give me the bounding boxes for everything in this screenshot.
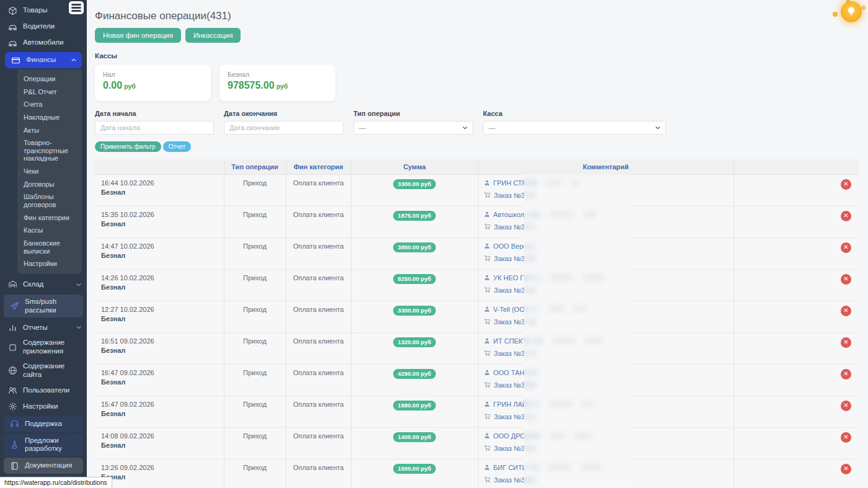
person-icon: [484, 306, 490, 313]
sidebar-item-support[interactable]: Поддержка: [4, 416, 83, 432]
client-link[interactable]: ООО Верона: [494, 242, 535, 250]
operation-datetime: 16:44 10.02.2026: [101, 179, 219, 187]
order-link[interactable]: Заказ №3734: [494, 318, 536, 326]
date-start-input[interactable]: [95, 121, 214, 135]
date-end-input[interactable]: [224, 121, 343, 135]
sidebar-subitem-transport-waybills[interactable]: Товарно-транспортные накладные: [17, 136, 82, 165]
fin-category-cell: Оплата клиента: [286, 396, 351, 427]
delete-operation-button[interactable]: ✕: [841, 401, 851, 411]
sidebar-item-label: Склад: [23, 280, 70, 289]
operation-datetime: 15:47 09.02.2026: [101, 401, 219, 408]
cash-card: Нал0.00руб: [95, 64, 211, 101]
order-link[interactable]: Заказ №3690: [494, 476, 536, 484]
order-link[interactable]: Заказ №3723: [494, 286, 536, 294]
sidebar-item-users[interactable]: Пользователи: [0, 383, 87, 399]
operation-kassa: Безнал: [101, 220, 219, 228]
sidebar-subitem-cash-registers[interactable]: Кассы: [17, 224, 82, 237]
fin-category-cell: Оплата клиента: [286, 427, 351, 459]
client-link[interactable]: ООО ДРОНМО: [494, 432, 542, 440]
delete-operation-button[interactable]: ✕: [841, 464, 851, 474]
operation-type-select[interactable]: —: [353, 121, 473, 135]
redacted-text: [550, 211, 574, 217]
sidebar-subitem-operations[interactable]: Операции: [17, 73, 82, 86]
operation-datetime: 16:51 09.02.2026: [101, 337, 219, 345]
sidebar-subitem-contract-templates[interactable]: Шаблоны договоров: [17, 190, 82, 211]
comment-cell: ГРИН СТРИМЗаказ №3732: [478, 174, 733, 206]
delete-operation-button[interactable]: ✕: [841, 337, 851, 348]
sidebar-item-warehouse[interactable]: Склад: [0, 277, 87, 293]
table-row: 15:35 10.02.2026БезналПриходОплата клиен…: [95, 206, 859, 237]
globe-icon: [7, 366, 17, 376]
client-link[interactable]: БИГ СИТИ ЛО: [494, 464, 539, 471]
order-link[interactable]: Заказ №3727: [494, 223, 536, 231]
paper-plane-icon: [9, 301, 19, 311]
delete-operation-button[interactable]: ✕: [841, 432, 851, 443]
amount-cell: 1320.00 руб: [351, 332, 478, 364]
collection-button[interactable]: Инкассация: [185, 28, 241, 43]
sidebar-subitem-accounts[interactable]: Счета: [17, 98, 82, 111]
warehouse-icon: [7, 280, 17, 290]
comment-cell: ООО ТАНТОСЗаказ №3688: [478, 364, 733, 396]
cash-register-select[interactable]: —: [483, 121, 666, 135]
client-link[interactable]: ГРИН СТРИМ: [494, 179, 538, 187]
redacted-text: [582, 275, 605, 280]
client-link[interactable]: УК НЕО ГЕО О: [494, 274, 541, 282]
comment-cell: УК НЕО ГЕО ОЗаказ №3723: [478, 269, 733, 301]
amount-cell: 1500.00 руб: [351, 459, 478, 488]
cart-icon: [484, 413, 491, 420]
order-link[interactable]: Заказ №3719: [494, 350, 536, 357]
sidebar-subitem-acts[interactable]: Акты: [17, 124, 82, 137]
amount-cell: 3300.00 руб: [351, 174, 478, 206]
order-link[interactable]: Заказ №3702: [494, 445, 536, 452]
filter-label: Касса: [483, 110, 666, 117]
delete-operation-button[interactable]: ✕: [841, 242, 851, 253]
order-link[interactable]: Заказ №3688: [494, 381, 536, 389]
operation-datetime: 16:47 09.02.2026: [101, 369, 219, 376]
redacted-text: [547, 464, 572, 470]
sidebar-item-suggest-feature[interactable]: Предложи разработку: [4, 433, 83, 457]
order-link[interactable]: Заказ №3732: [494, 192, 536, 199]
sidebar-item-reports[interactable]: Отчеты: [0, 319, 87, 335]
whats-new-bulb-widget[interactable]: [841, 1, 863, 24]
sidebar-subitem-receipts[interactable]: Чеки: [17, 165, 82, 178]
currency-label: руб: [124, 82, 136, 90]
sidebar-subitem-pnl-report[interactable]: P&L Отчет: [17, 86, 82, 99]
client-link[interactable]: ООО ТАНТОС: [494, 369, 539, 376]
sidebar-item-settings[interactable]: Настройки: [0, 399, 87, 415]
sidebar-subitem-bank-statements[interactable]: Банковские выписки: [17, 237, 82, 257]
sidebar-toggle-button[interactable]: [69, 1, 84, 14]
sidebar-subitem-fin-categories[interactable]: Фин категории: [17, 211, 82, 224]
apply-filter-button[interactable]: Применить фильтр: [95, 141, 161, 152]
client-link[interactable]: Автошкола Ака: [494, 211, 542, 218]
cart-icon: [484, 350, 491, 357]
delete-operation-button[interactable]: ✕: [841, 211, 851, 221]
fin-category-cell: Оплата клиента: [286, 301, 351, 332]
sidebar-subitem-contracts[interactable]: Договоры: [17, 178, 82, 191]
fin-category-cell: Оплата клиента: [286, 237, 351, 269]
client-link[interactable]: ИТ СПЕКТР ОС: [494, 337, 544, 345]
sidebar-item-cars[interactable]: Автомобили: [0, 35, 87, 51]
client-link[interactable]: V-Tell (ООО «Г: [494, 306, 539, 313]
report-button[interactable]: Отчет: [163, 141, 191, 152]
client-link[interactable]: ГРИН ЛАЙН О: [494, 401, 539, 408]
redacted-text: [550, 433, 566, 438]
sidebar-subitem-fin-settings[interactable]: Настройки: [17, 257, 82, 270]
order-link[interactable]: Заказ №3721: [494, 413, 536, 420]
delete-operation-button[interactable]: ✕: [841, 306, 851, 316]
sidebar-item-documentation[interactable]: Документация: [4, 458, 83, 474]
sidebar-item-site-content[interactable]: Содержание сайта: [0, 359, 87, 383]
date-cell: 16:44 10.02.2026Безнал: [95, 174, 224, 206]
order-link[interactable]: Заказ №3728: [494, 255, 536, 262]
delete-operation-button[interactable]: ✕: [841, 369, 851, 379]
sidebar-subitem-waybills[interactable]: Накладные: [17, 111, 82, 124]
sidebar-item-label: Предложи разработку: [25, 437, 78, 454]
sidebar-item-sms-push[interactable]: Sms/push рассылки: [4, 295, 83, 318]
table-row: 14:26 10.02.2026БезналПриходОплата клиен…: [95, 269, 859, 301]
delete-operation-button[interactable]: ✕: [841, 274, 851, 285]
sidebar-item-app-content[interactable]: Содержание приложения: [0, 335, 87, 359]
sidebar-item-finances[interactable]: Финансы: [5, 52, 82, 68]
delete-operation-button[interactable]: ✕: [841, 179, 851, 190]
new-fin-operation-button[interactable]: Новая фин операция: [95, 28, 181, 43]
amount-badge: 1320.00 руб: [393, 337, 436, 347]
sidebar-item-drivers[interactable]: Водители: [0, 19, 87, 35]
